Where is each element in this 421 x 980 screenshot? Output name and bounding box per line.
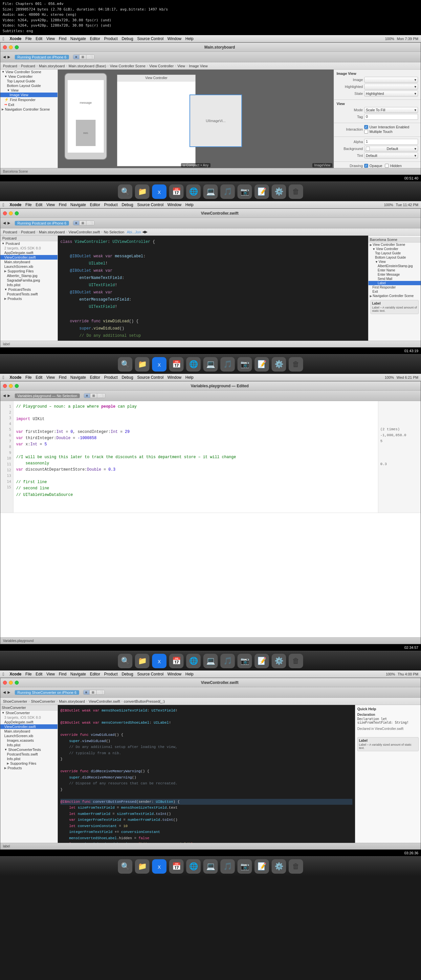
tree-vc-scene[interactable]: ▼ View Controller Scene xyxy=(0,70,57,74)
bc-image-view[interactable]: Image View xyxy=(189,64,207,68)
inspector-mode-select[interactable]: Scale To Fill▾ xyxy=(364,107,418,113)
menu-view-s2[interactable]: View xyxy=(46,202,55,207)
nav4-products[interactable]: ▶ Products xyxy=(0,766,57,770)
bc2-vc-swift[interactable]: ViewController.swift xyxy=(69,230,100,234)
outline-enter-name[interactable]: Enter Name xyxy=(368,268,421,272)
canvas-imageview[interactable]: UIImageVi... xyxy=(190,94,242,147)
bc2-postcard2[interactable]: Postcard xyxy=(21,230,35,234)
seg-nav-s4[interactable]: ≡ xyxy=(83,690,90,694)
tree-view[interactable]: ▼ View xyxy=(0,88,57,92)
dock2-app1[interactable]: 📁 xyxy=(135,357,150,372)
dock2-terminal[interactable]: 💻 xyxy=(203,357,218,372)
dock-photos[interactable]: 📷 xyxy=(238,185,252,199)
code-editor-s2[interactable]: class ViewController: UIViewController {… xyxy=(58,235,368,340)
nav4-root[interactable]: ▼ ShoeConverter xyxy=(0,711,57,715)
dock-prefs[interactable]: ⚙️ xyxy=(271,185,286,199)
dock4-calendar[interactable]: 📅 xyxy=(169,859,183,873)
toolbar-back[interactable]: ◀ xyxy=(3,55,6,59)
dock4-trash[interactable]: 🗑 xyxy=(289,859,303,873)
nav4-appdelegate[interactable]: AppDelegate.swift xyxy=(0,720,57,724)
tree-exit[interactable]: ➡ Exit xyxy=(0,102,57,107)
bc4-convert[interactable]: convertButtonPressed(_:) xyxy=(124,699,165,703)
menu-xcode-s2[interactable]: Xcode xyxy=(10,202,21,207)
menu-file-s4[interactable]: File xyxy=(25,672,32,676)
close-button-s2[interactable] xyxy=(3,212,7,215)
dock2-prefs[interactable]: ⚙️ xyxy=(271,357,286,372)
nav4-images[interactable]: Images.xcassets xyxy=(0,738,57,743)
menu-find-s2[interactable]: Find xyxy=(59,202,66,207)
menu-debug[interactable]: Debug xyxy=(121,37,133,41)
menu-source-control-s2[interactable]: Source Control xyxy=(137,202,164,207)
toolbar-back-s2[interactable]: ◀ xyxy=(3,221,6,225)
menu-find-s4[interactable]: Find xyxy=(59,672,66,676)
nav-supporting[interactable]: ▶ Supporting Files xyxy=(0,269,57,274)
nav-info-plist[interactable]: Info.plist xyxy=(0,283,57,287)
nav-alberto-img[interactable]: Albertin_Stamp.jpg xyxy=(0,274,57,278)
outline-label[interactable]: Label xyxy=(368,281,421,285)
menu-editor[interactable]: Editor xyxy=(90,37,100,41)
playground-code-area[interactable]: // Playground – noun: a place where peop… xyxy=(13,401,378,513)
inspector-bg-select[interactable]: Default▾ xyxy=(364,146,418,152)
seg-debug-s3[interactable]: ⬜ xyxy=(97,393,105,398)
close-button[interactable] xyxy=(3,45,7,49)
nav-arrows-s2[interactable]: ◀▶ xyxy=(142,230,147,234)
toolbar-forward-s4[interactable]: ▶ xyxy=(8,690,10,694)
dock4-prefs[interactable]: ⚙️ xyxy=(271,859,286,873)
menu-navigate-s2[interactable]: Navigate xyxy=(70,202,86,207)
menu-help[interactable]: Help xyxy=(185,37,194,41)
seg-nav-s2[interactable]: ≡ xyxy=(73,221,80,225)
dock4-safari[interactable]: 🌐 xyxy=(186,859,201,873)
seg-debug-s2[interactable]: ⬜ xyxy=(86,221,94,225)
dock4-music[interactable]: 🎵 xyxy=(220,859,235,873)
outline-vc[interactable]: ▼ View Controller xyxy=(368,247,421,251)
bc-view[interactable]: View xyxy=(177,64,185,68)
dock3-photos[interactable]: 📷 xyxy=(238,654,252,668)
menu-edit[interactable]: Edit xyxy=(35,37,42,41)
minimize-button-s2[interactable] xyxy=(9,212,13,215)
menu-help-s2[interactable]: Help xyxy=(185,202,194,207)
nav-launchscreen[interactable]: LaunchScreen.xib xyxy=(0,264,57,269)
seg-nav-s3[interactable]: ≡ xyxy=(84,393,90,398)
dock3-finder[interactable]: 🔍 xyxy=(118,654,132,668)
dock4-xcode[interactable]: X xyxy=(152,859,166,873)
maximize-button-s2[interactable] xyxy=(15,212,19,215)
tree-top-layout[interactable]: Top Layout Guide xyxy=(0,79,57,83)
menu-help-s4[interactable]: Help xyxy=(185,672,194,676)
outline-view[interactable]: ▼ View xyxy=(368,259,421,264)
menu-window-s4[interactable]: Window xyxy=(167,672,182,676)
outline-enter-msg[interactable]: Enter Message xyxy=(368,272,421,277)
nav4-viewcontroller[interactable]: ViewController.swift xyxy=(0,724,57,729)
dock3-trash[interactable]: 🗑 xyxy=(289,654,303,668)
menu-file-s2[interactable]: File xyxy=(25,202,32,207)
checkbox-hidden[interactable]: Hidden xyxy=(385,164,402,168)
menu-debug-s2[interactable]: Debug xyxy=(121,202,133,207)
outline-send-mail[interactable]: Send Mail xyxy=(368,277,421,281)
menu-editor-s2[interactable]: Editor xyxy=(90,202,100,207)
bc2-postcard[interactable]: Postcard xyxy=(3,230,17,234)
dock-finder[interactable]: 🔍 xyxy=(118,185,132,199)
menu-xcode-s4[interactable]: Xcode xyxy=(10,672,21,676)
outline-top-layout[interactable]: Top Layout Guide xyxy=(368,251,421,255)
menu-navigate[interactable]: Navigate xyxy=(70,37,86,41)
menu-find-s3[interactable]: Find xyxy=(59,375,66,380)
menu-window-s2[interactable]: Window xyxy=(167,202,182,207)
dock2-trash[interactable]: 🗑 xyxy=(289,357,303,372)
bc-postcard[interactable]: Postcard xyxy=(3,64,17,68)
menu-edit-s4[interactable]: Edit xyxy=(35,672,42,676)
menu-editor-s3[interactable]: Editor xyxy=(90,375,100,380)
toolbar-back-s4[interactable]: ◀ xyxy=(3,690,6,694)
bc2-main[interactable]: Main.storyboard xyxy=(39,230,65,234)
dock-calendar[interactable]: 📅 xyxy=(169,185,183,199)
nav-products[interactable]: ▶ Products xyxy=(0,296,57,301)
dock-safari[interactable]: 🌐 xyxy=(186,185,201,199)
outline-albert[interactable]: AlbertEinsteinStamp.jpg xyxy=(368,264,421,268)
inspector-image-select[interactable]: ▾ xyxy=(364,77,418,83)
inspector-tag-value[interactable]: 0 xyxy=(364,114,418,120)
dock-xcode[interactable]: X xyxy=(152,185,166,199)
minimize-button[interactable] xyxy=(9,45,13,49)
minimize-s3[interactable] xyxy=(9,384,13,388)
seg-inspector-s2[interactable]: ⊞ xyxy=(80,221,86,225)
maximize-s3[interactable] xyxy=(15,384,19,388)
menu-xcode-s3[interactable]: Xcode xyxy=(10,375,21,380)
bc-storyboard-base[interactable]: Main.storyboard (Base) xyxy=(69,64,106,68)
